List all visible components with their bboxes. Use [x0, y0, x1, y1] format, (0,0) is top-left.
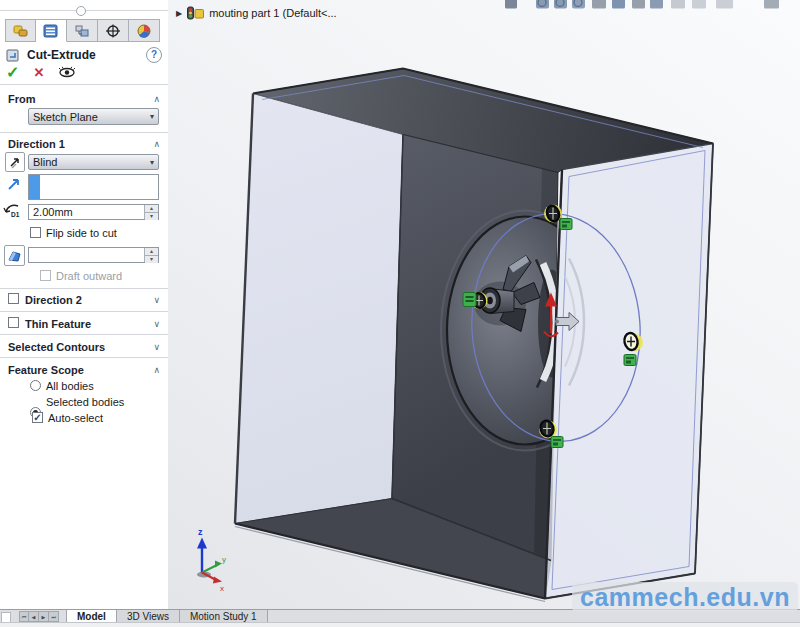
display-manager-icon — [136, 24, 152, 38]
thin-feature-checkbox[interactable] — [8, 317, 19, 328]
heads-up-toolbar[interactable] — [505, 0, 779, 9]
flip-side-label: Flip side to cut — [46, 227, 117, 239]
separator — [0, 84, 168, 85]
tab-configuration-manager[interactable] — [67, 19, 98, 42]
direction-reference-icon — [7, 176, 22, 191]
depth-spinbox[interactable]: 2.00mm ▴ ▾ — [28, 204, 159, 220]
dropdown-arrow-icon: ▾ — [150, 112, 154, 121]
first-tab-button[interactable]: ⏮ — [19, 611, 29, 622]
spin-down-icon[interactable]: ▾ — [145, 256, 158, 263]
direction-reference-listbox[interactable] — [28, 174, 159, 200]
flyout-feature-tree[interactable]: ▶ mouting part 1 (Default<... — [176, 6, 337, 20]
box-left-face[interactable] — [235, 94, 403, 524]
tab-feature-manager[interactable] — [5, 19, 36, 42]
tab-property-manager[interactable] — [36, 19, 67, 42]
triad-x-label: x — [220, 584, 224, 593]
constraint-tag[interactable] — [463, 293, 476, 307]
cut-extrude-icon — [6, 48, 21, 63]
auto-select-checkbox[interactable]: ✓ — [32, 412, 43, 423]
direction1-label: Direction 1 — [8, 138, 65, 150]
triad-y-label: y — [222, 555, 226, 564]
end-condition-value: Blind — [33, 156, 57, 168]
end-condition-select[interactable]: Blind ▾ — [28, 154, 159, 170]
prev-tab-button[interactable]: ◀ — [29, 611, 39, 622]
preview-eye-button[interactable] — [58, 66, 76, 78]
constraint-tag[interactable] — [560, 219, 572, 230]
sketch-point-left[interactable] — [463, 292, 488, 310]
draft-angle-spinner[interactable]: ▴ ▾ — [144, 248, 158, 262]
chevron-up-icon: ∧ — [153, 94, 160, 104]
svg-text:D1: D1 — [11, 211, 20, 218]
separator — [0, 311, 168, 312]
constraint-tag[interactable] — [624, 355, 636, 366]
flip-side-checkbox[interactable] — [30, 227, 41, 238]
depth-d1-icon: D1 — [2, 203, 24, 220]
feature-title-row: Cut-Extrude ? — [6, 46, 162, 64]
selected-bodies-label: Selected bodies — [46, 396, 124, 408]
cancel-button[interactable]: ✕ — [33, 65, 44, 80]
spin-up-icon[interactable]: ▴ — [145, 205, 158, 213]
separator — [0, 288, 168, 289]
selected-contours-header[interactable]: Selected Contours ∨ — [8, 340, 160, 354]
from-label: From — [8, 93, 36, 105]
separator — [0, 357, 168, 358]
draft-button[interactable] — [4, 245, 25, 266]
chevron-down-icon: ∨ — [153, 319, 160, 329]
tab-display-manager[interactable] — [129, 19, 160, 42]
direction2-checkbox[interactable] — [8, 293, 19, 304]
selected-reference-highlight — [29, 175, 40, 199]
chevron-up-icon: ∧ — [153, 139, 160, 149]
spin-up-icon[interactable]: ▴ — [145, 248, 158, 256]
direction2-label: Direction 2 — [25, 294, 82, 306]
draft-icon — [7, 249, 22, 263]
property-manager-icon — [43, 24, 59, 38]
depth-spinner[interactable]: ▴ ▾ — [144, 205, 158, 219]
depth-value: 2.00mm — [29, 206, 144, 218]
panel-title: Cut-Extrude — [27, 48, 146, 62]
panel-collapse-knob[interactable] — [76, 6, 86, 16]
thin-feature-label: Thin Feature — [25, 318, 91, 330]
draft-outward-label: Draft outward — [56, 270, 122, 282]
chevron-down-icon: ∨ — [153, 295, 160, 305]
tree-expand-icon[interactable]: ▶ — [176, 9, 182, 18]
last-tab-button[interactable]: ⏭ — [49, 611, 59, 622]
from-plane-select[interactable]: Sketch Plane ▾ — [28, 108, 159, 125]
part-icon — [187, 6, 204, 20]
thin-feature-header[interactable]: Thin Feature ∨ — [25, 317, 160, 331]
reverse-direction-button[interactable] — [5, 152, 25, 172]
box-right-face[interactable] — [545, 144, 713, 599]
configuration-manager-icon — [74, 24, 90, 38]
auto-select-label: Auto-select — [48, 412, 103, 424]
feature-tree-icon — [13, 24, 29, 38]
spin-down-icon[interactable]: ▾ — [145, 213, 158, 220]
ok-button[interactable]: ✓ — [6, 63, 19, 82]
separator — [0, 132, 168, 133]
feature-scope-label: Feature Scope — [8, 364, 84, 376]
selected-contours-label: Selected Contours — [8, 341, 105, 353]
dimxpert-icon — [105, 24, 121, 38]
watermark: cammech.edu.vn — [572, 582, 798, 612]
feature-scope-header[interactable]: Feature Scope ∧ — [8, 363, 160, 377]
direction1-header[interactable]: Direction 1 ∧ — [8, 137, 160, 151]
model-viewport[interactable]: z y x — [168, 0, 800, 609]
constraint-tag[interactable] — [551, 437, 563, 448]
separator — [0, 334, 168, 335]
property-manager-panel: Cut-Extrude ? ✓ ✕ From ∧ Sketch Plane ▾ … — [0, 0, 169, 609]
direction2-header[interactable]: Direction 2 ∨ — [25, 293, 160, 307]
all-bodies-radio[interactable] — [30, 380, 41, 391]
tab-dimxpert-manager[interactable] — [98, 19, 129, 42]
from-plane-value: Sketch Plane — [33, 111, 98, 123]
tab-nav-buttons: ⏮ ◀ ▶ ⏭ — [19, 611, 59, 622]
from-header[interactable]: From ∧ — [8, 92, 160, 106]
part-name[interactable]: mouting part 1 (Default<... — [209, 7, 336, 19]
dropdown-arrow-icon: ▾ — [150, 158, 154, 167]
graphics-area[interactable]: z y x ▶ mouting part 1 (Default<... camm… — [168, 0, 800, 609]
chevron-up-icon: ∧ — [153, 365, 160, 375]
next-tab-button[interactable]: ▶ — [39, 611, 49, 622]
action-row: ✓ ✕ — [6, 63, 156, 81]
draft-angle-spinbox[interactable]: ▴ ▾ — [28, 247, 159, 263]
reverse-direction-icon — [8, 155, 22, 169]
all-bodies-label: All bodies — [46, 380, 94, 392]
draft-outward-checkbox — [40, 270, 51, 281]
help-button[interactable]: ? — [146, 47, 162, 63]
